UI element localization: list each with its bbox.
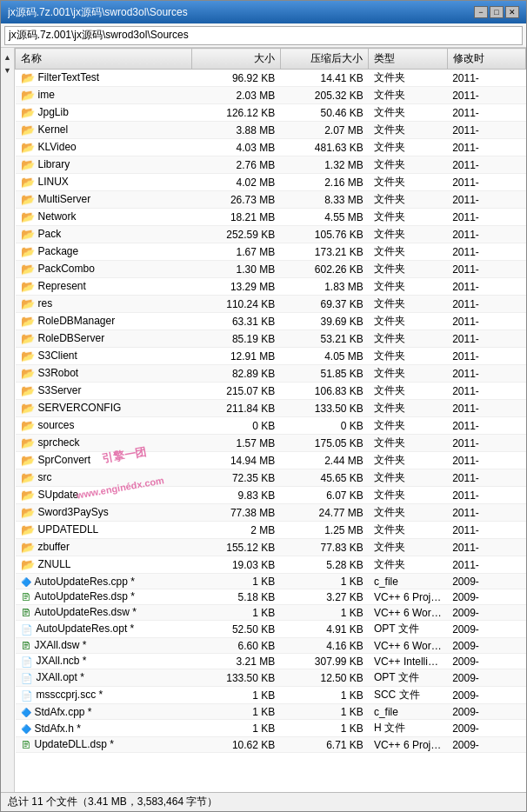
minimize-button[interactable]: − xyxy=(474,6,488,18)
file-compressed-cell: 14.41 KB xyxy=(280,70,369,87)
file-name-cell: 📂LINUX xyxy=(16,174,192,191)
header-size[interactable]: 大小 xyxy=(192,49,281,70)
file-name-cell: 📄JXAll.opt * xyxy=(16,669,192,687)
file-name-text: src xyxy=(38,471,52,483)
file-modified-cell: 2011- xyxy=(447,87,525,104)
file-modified-cell: 2009- xyxy=(447,621,525,638)
file-modified-cell: 2011- xyxy=(447,330,525,348)
table-row[interactable]: 📂sprcheck1.57 MB175.05 KB文件夹2011- xyxy=(16,435,526,452)
table-row[interactable]: 📂S3Robot82.89 KB51.85 KB文件夹2011- xyxy=(16,365,526,383)
table-row[interactable]: 📂KLVideo4.03 MB481.63 KB文件夹2011- xyxy=(16,139,526,156)
file-list-body: 📂FilterTextTest96.92 KB14.41 KB文件夹2011-📂… xyxy=(16,70,526,753)
table-row[interactable]: 🖹AutoUpdateRes.dsw *1 KB1 KBVC++ 6 Works… xyxy=(16,605,526,621)
up-arrow[interactable]: ▲ xyxy=(2,51,14,63)
table-row[interactable]: 📂Package1.67 MB173.21 KB文件夹2011- xyxy=(16,243,526,261)
table-row[interactable]: 📂ime2.03 MB205.32 KB文件夹2011- xyxy=(16,87,526,104)
table-row[interactable]: 📂PackCombo1.30 MB602.26 KB文件夹2011- xyxy=(16,261,526,278)
file-type-cell: c_file xyxy=(369,574,447,589)
table-row[interactable]: 📂RoleDBServer85.19 KB53.21 KB文件夹2011- xyxy=(16,330,526,348)
file-modified-cell: 2011- xyxy=(447,243,525,261)
table-row[interactable]: 📂Library2.76 MB1.32 MB文件夹2011- xyxy=(16,156,526,174)
folder-icon: 📂 xyxy=(21,106,35,119)
table-row[interactable]: 🖹JXAll.dsw *6.60 KB4.16 KBVC++ 6 Worksp.… xyxy=(16,638,526,654)
table-row[interactable]: 🔷StdAfx.h *1 KB1 KBH 文件2009- xyxy=(16,720,526,737)
table-row[interactable]: 📂Sword3PaySys77.38 MB24.77 MB文件夹2011- xyxy=(16,504,526,522)
table-row[interactable]: 📄mssccprj.scc *1 KB1 KBSCC 文件2009- xyxy=(16,687,526,704)
folder-icon: 📂 xyxy=(21,315,35,328)
address-bar[interactable]: jx源码.7z.001\jx源码\swrod3ol\Sources xyxy=(4,26,523,45)
table-row[interactable]: 📂FilterTextTest96.92 KB14.41 KB文件夹2011- xyxy=(16,70,526,87)
table-row[interactable]: 📂RoleDBManager63.31 KB39.69 KB文件夹2011- xyxy=(16,313,526,330)
file-compressed-cell: 4.05 MB xyxy=(280,348,369,365)
table-row[interactable]: 📂Network18.21 MB4.55 MB文件夹2011- xyxy=(16,209,526,226)
table-row[interactable]: 📂SprConvert14.94 MB2.44 MB文件夹2011- xyxy=(16,452,526,469)
file-type-cell: 文件夹 xyxy=(369,104,447,122)
file-size-cell: 1 KB xyxy=(192,605,281,621)
file-name-text: Library xyxy=(38,158,70,170)
file-name-text: SprConvert xyxy=(38,454,91,466)
table-row[interactable]: 🔷StdAfx.cpp *1 KB1 KBc_file2009- xyxy=(16,704,526,720)
folder-icon: 📂 xyxy=(21,506,35,519)
table-row[interactable]: 📄JXAll.opt *133.50 KB12.50 KBOPT 文件2009- xyxy=(16,669,526,687)
table-row[interactable]: 📂Represent13.29 MB1.83 MB文件夹2011- xyxy=(16,278,526,296)
file-name-cell: 📂zbuffer xyxy=(16,539,192,556)
down-arrow[interactable]: ▼ xyxy=(2,64,14,77)
dsp-icon: 🖹 xyxy=(21,591,31,603)
table-row[interactable]: 📂src72.35 KB45.65 KB文件夹2011- xyxy=(16,469,526,487)
main-window: jx源码.7z.001\jx源码\swrod3ol\Sources − □ ✕ … xyxy=(0,0,527,812)
header-type[interactable]: 类型 xyxy=(369,49,447,70)
table-row[interactable]: 📂sources0 KB0 KB文件夹2011- xyxy=(16,417,526,435)
table-row[interactable]: 📂S3Server215.07 KB106.83 KB文件夹2011- xyxy=(16,383,526,400)
file-name-text: Network xyxy=(38,210,77,223)
file-compressed-cell: 50.46 KB xyxy=(280,104,369,122)
file-name-cell: 📂S3Robot xyxy=(16,365,192,383)
folder-icon: 📂 xyxy=(21,367,35,380)
file-list-scroll[interactable]: 引擎一团 www.enginédx.com 名称 大小 压缩后大小 类型 修改时… xyxy=(15,48,526,792)
file-modified-cell: 2011- xyxy=(447,504,525,522)
table-row[interactable]: 📄AutoUpdateRes.opt *52.50 KB4.91 KBOPT 文… xyxy=(16,621,526,638)
folder-icon: 📂 xyxy=(21,297,35,310)
header-compressed[interactable]: 压缩后大小 xyxy=(280,49,369,70)
table-row[interactable]: 🖹AutoUpdateRes.dsp *5.18 KB3.27 KBVC++ 6… xyxy=(16,589,526,605)
close-button[interactable]: ✕ xyxy=(505,6,519,18)
table-row[interactable]: 📂Kernel3.88 MB2.07 MB文件夹2011- xyxy=(16,122,526,139)
file-name-text: SUpdate xyxy=(38,489,79,501)
file-name-text: AutoUpdateRes.dsp * xyxy=(35,590,135,602)
table-row[interactable]: 🖹UpdateDLL.dsp *10.62 KB6.71 KBVC++ 6 Pr… xyxy=(16,737,526,753)
file-size-cell: 1 KB xyxy=(192,574,281,589)
table-row[interactable]: 📂res110.24 KB69.37 KB文件夹2011- xyxy=(16,296,526,313)
file-type-cell: 文件夹 xyxy=(369,278,447,296)
file-type-cell: OPT 文件 xyxy=(369,669,447,687)
maximize-button[interactable]: □ xyxy=(490,6,504,18)
folder-icon: 📂 xyxy=(21,402,35,415)
file-modified-cell: 2011- xyxy=(447,400,525,417)
table-row[interactable]: 📂UPDATEDLL2 MB1.25 MB文件夹2011- xyxy=(16,522,526,539)
table-row[interactable]: 📂JpgLib126.12 KB50.46 KB文件夹2011- xyxy=(16,104,526,122)
table-row[interactable]: 📂S3Client12.91 MB4.05 MB文件夹2011- xyxy=(16,348,526,365)
table-row[interactable]: 📄JXAll.ncb *3.21 MB307.99 KBVC++ Intelli… xyxy=(16,654,526,669)
table-row[interactable]: 📂SERVERCONFIG211.84 KB133.50 KB文件夹2011- xyxy=(16,400,526,417)
header-modified[interactable]: 修改时 xyxy=(447,49,525,70)
file-modified-cell: 2009- xyxy=(447,574,525,589)
file-table: 名称 大小 压缩后大小 类型 修改时 📂FilterTextTest96.92 … xyxy=(15,48,526,753)
title-bar-buttons: − □ ✕ xyxy=(474,6,519,18)
file-type-cell: 文件夹 xyxy=(369,87,447,104)
file-size-cell: 1.30 MB xyxy=(192,261,281,278)
table-row[interactable]: 📂LINUX4.02 MB2.16 MB文件夹2011- xyxy=(16,174,526,191)
folder-icon: 📂 xyxy=(21,541,35,554)
file-size-cell: 252.59 KB xyxy=(192,226,281,243)
table-row[interactable]: 📂MultiServer26.73 MB8.33 MB文件夹2011- xyxy=(16,191,526,209)
file-modified-cell: 2009- xyxy=(447,737,525,753)
table-row[interactable]: 📂ZNULL19.03 KB5.28 KB文件夹2011- xyxy=(16,556,526,574)
table-row[interactable]: 📂Pack252.59 KB105.76 KB文件夹2011- xyxy=(16,226,526,243)
table-row[interactable]: 📂zbuffer155.12 KB77.83 KB文件夹2011- xyxy=(16,539,526,556)
file-name-cell: 📂RoleDBServer xyxy=(16,330,192,348)
file-name-text: Package xyxy=(38,245,79,257)
header-name[interactable]: 名称 xyxy=(16,49,192,70)
file-compressed-cell: 24.77 MB xyxy=(280,504,369,522)
table-row[interactable]: 📂SUpdate9.83 KB6.07 KB文件夹2011- xyxy=(16,487,526,504)
file-name-cell: 📂SprConvert xyxy=(16,452,192,469)
folder-icon: 📂 xyxy=(21,193,35,206)
status-text: 总计 11 个文件（3.41 MB，3,583,464 字节） xyxy=(8,795,217,809)
table-row[interactable]: 🔷AutoUpdateRes.cpp *1 KB1 KBc_file2009- xyxy=(16,574,526,589)
